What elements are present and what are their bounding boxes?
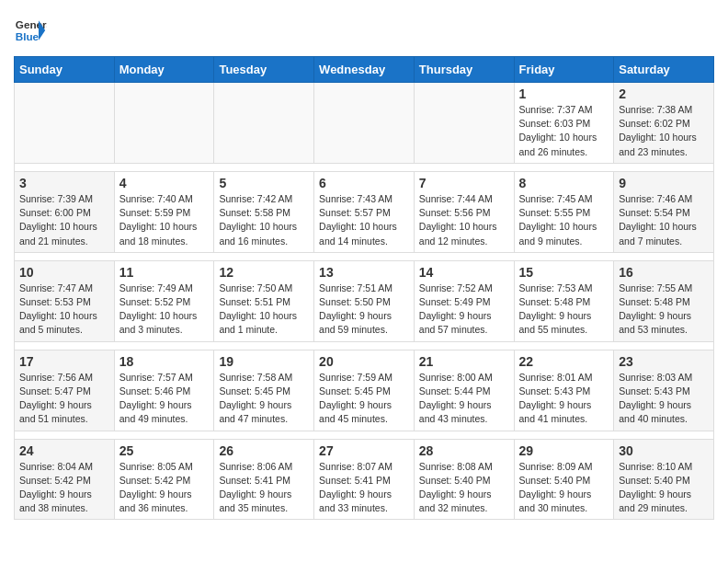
- week-separator: [15, 163, 714, 171]
- week-separator: [15, 341, 714, 350]
- day-number: 26: [219, 443, 309, 458]
- week-row-2: 3Sunrise: 7:39 AM Sunset: 6:00 PM Daylig…: [15, 171, 714, 252]
- week-separator: [15, 431, 714, 439]
- day-info: Sunrise: 7:42 AM Sunset: 5:58 PM Dayligh…: [219, 192, 309, 248]
- calendar-cell: 1Sunrise: 7:37 AM Sunset: 6:03 PM Daylig…: [514, 83, 614, 164]
- calendar-cell: [314, 83, 415, 164]
- header-friday: Friday: [514, 57, 614, 83]
- day-info: Sunrise: 7:49 AM Sunset: 5:52 PM Dayligh…: [119, 282, 210, 338]
- calendar-cell: 19Sunrise: 7:58 AM Sunset: 5:45 PM Dayli…: [214, 350, 314, 431]
- day-number: 5: [219, 176, 309, 190]
- day-number: 6: [319, 176, 409, 190]
- day-info: Sunrise: 7:44 AM Sunset: 5:56 PM Dayligh…: [419, 192, 509, 248]
- day-number: 12: [219, 265, 309, 280]
- day-info: Sunrise: 7:59 AM Sunset: 5:45 PM Dayligh…: [319, 371, 409, 427]
- calendar-cell: 22Sunrise: 8:01 AM Sunset: 5:43 PM Dayli…: [514, 350, 614, 431]
- day-number: 29: [519, 443, 609, 458]
- day-info: Sunrise: 8:10 AM Sunset: 5:40 PM Dayligh…: [619, 460, 709, 516]
- day-info: Sunrise: 7:43 AM Sunset: 5:57 PM Dayligh…: [319, 192, 409, 248]
- calendar-cell: 29Sunrise: 8:09 AM Sunset: 5:40 PM Dayli…: [514, 439, 614, 520]
- logo: General Blue: [14, 14, 47, 47]
- calendar-cell: [15, 83, 115, 164]
- calendar-cell: 28Sunrise: 8:08 AM Sunset: 5:40 PM Dayli…: [414, 439, 514, 520]
- day-number: 4: [119, 176, 210, 190]
- day-info: Sunrise: 7:37 AM Sunset: 6:03 PM Dayligh…: [519, 103, 609, 159]
- calendar-cell: [414, 83, 514, 164]
- day-info: Sunrise: 8:08 AM Sunset: 5:40 PM Dayligh…: [419, 460, 509, 516]
- day-number: 14: [419, 265, 509, 280]
- calendar-cell: 16Sunrise: 7:55 AM Sunset: 5:48 PM Dayli…: [614, 260, 714, 341]
- day-number: 17: [19, 354, 109, 369]
- calendar-table: SundayMondayTuesdayWednesdayThursdayFrid…: [14, 56, 714, 520]
- day-number: 30: [619, 443, 709, 458]
- calendar-cell: 20Sunrise: 7:59 AM Sunset: 5:45 PM Dayli…: [314, 350, 415, 431]
- calendar-cell: 23Sunrise: 8:03 AM Sunset: 5:43 PM Dayli…: [614, 350, 714, 431]
- calendar-cell: 26Sunrise: 8:06 AM Sunset: 5:41 PM Dayli…: [214, 439, 314, 520]
- calendar-cell: 18Sunrise: 7:57 AM Sunset: 5:46 PM Dayli…: [114, 350, 214, 431]
- day-info: Sunrise: 7:40 AM Sunset: 5:59 PM Dayligh…: [119, 192, 210, 248]
- day-info: Sunrise: 7:46 AM Sunset: 5:54 PM Dayligh…: [619, 192, 709, 248]
- week-row-4: 17Sunrise: 7:56 AM Sunset: 5:47 PM Dayli…: [15, 350, 714, 431]
- day-info: Sunrise: 7:47 AM Sunset: 5:53 PM Dayligh…: [19, 282, 109, 338]
- calendar-cell: 13Sunrise: 7:51 AM Sunset: 5:50 PM Dayli…: [314, 260, 415, 341]
- header-sunday: Sunday: [15, 57, 115, 83]
- calendar-cell: 24Sunrise: 8:04 AM Sunset: 5:42 PM Dayli…: [15, 439, 115, 520]
- day-info: Sunrise: 7:51 AM Sunset: 5:50 PM Dayligh…: [319, 282, 409, 338]
- calendar-cell: 14Sunrise: 7:52 AM Sunset: 5:49 PM Dayli…: [414, 260, 514, 341]
- day-info: Sunrise: 8:01 AM Sunset: 5:43 PM Dayligh…: [519, 371, 609, 427]
- day-info: Sunrise: 8:07 AM Sunset: 5:41 PM Dayligh…: [319, 460, 409, 516]
- logo-icon: General Blue: [14, 14, 47, 47]
- calendar-cell: 10Sunrise: 7:47 AM Sunset: 5:53 PM Dayli…: [15, 260, 115, 341]
- day-info: Sunrise: 7:45 AM Sunset: 5:55 PM Dayligh…: [519, 192, 609, 248]
- day-info: Sunrise: 7:38 AM Sunset: 6:02 PM Dayligh…: [619, 103, 709, 159]
- day-number: 10: [19, 265, 109, 280]
- calendar-cell: 7Sunrise: 7:44 AM Sunset: 5:56 PM Daylig…: [414, 171, 514, 252]
- calendar-cell: 30Sunrise: 8:10 AM Sunset: 5:40 PM Dayli…: [614, 439, 714, 520]
- day-number: 18: [119, 354, 210, 369]
- calendar-cell: 17Sunrise: 7:56 AM Sunset: 5:47 PM Dayli…: [15, 350, 115, 431]
- day-number: 20: [319, 354, 409, 369]
- day-number: 21: [419, 354, 509, 369]
- header-tuesday: Tuesday: [214, 57, 314, 83]
- calendar-cell: 2Sunrise: 7:38 AM Sunset: 6:02 PM Daylig…: [614, 83, 714, 164]
- day-info: Sunrise: 7:57 AM Sunset: 5:46 PM Dayligh…: [119, 371, 210, 427]
- day-number: 19: [219, 354, 309, 369]
- day-info: Sunrise: 7:58 AM Sunset: 5:45 PM Dayligh…: [219, 371, 309, 427]
- header-monday: Monday: [114, 57, 214, 83]
- header-saturday: Saturday: [614, 57, 714, 83]
- header-thursday: Thursday: [414, 57, 514, 83]
- day-number: 13: [319, 265, 409, 280]
- calendar-cell: 25Sunrise: 8:05 AM Sunset: 5:42 PM Dayli…: [114, 439, 214, 520]
- calendar-cell: [214, 83, 314, 164]
- week-row-3: 10Sunrise: 7:47 AM Sunset: 5:53 PM Dayli…: [15, 260, 714, 341]
- day-number: 23: [619, 354, 709, 369]
- day-number: 11: [119, 265, 210, 280]
- week-row-1: 1Sunrise: 7:37 AM Sunset: 6:03 PM Daylig…: [15, 83, 714, 164]
- day-number: 1: [519, 86, 609, 101]
- calendar-cell: 27Sunrise: 8:07 AM Sunset: 5:41 PM Dayli…: [314, 439, 415, 520]
- week-separator: [15, 252, 714, 260]
- day-number: 15: [519, 265, 609, 280]
- day-number: 2: [619, 86, 709, 101]
- day-info: Sunrise: 8:03 AM Sunset: 5:43 PM Dayligh…: [619, 371, 709, 427]
- day-info: Sunrise: 7:50 AM Sunset: 5:51 PM Dayligh…: [219, 282, 309, 338]
- day-info: Sunrise: 8:04 AM Sunset: 5:42 PM Dayligh…: [19, 460, 109, 516]
- calendar-cell: 4Sunrise: 7:40 AM Sunset: 5:59 PM Daylig…: [114, 171, 214, 252]
- calendar-cell: 5Sunrise: 7:42 AM Sunset: 5:58 PM Daylig…: [214, 171, 314, 252]
- day-number: 24: [19, 443, 109, 458]
- day-info: Sunrise: 8:00 AM Sunset: 5:44 PM Dayligh…: [419, 371, 509, 427]
- day-number: 22: [519, 354, 609, 369]
- calendar-cell: 12Sunrise: 7:50 AM Sunset: 5:51 PM Dayli…: [214, 260, 314, 341]
- day-number: 27: [319, 443, 409, 458]
- calendar-cell: 8Sunrise: 7:45 AM Sunset: 5:55 PM Daylig…: [514, 171, 614, 252]
- day-info: Sunrise: 8:06 AM Sunset: 5:41 PM Dayligh…: [219, 460, 309, 516]
- calendar-cell: 9Sunrise: 7:46 AM Sunset: 5:54 PM Daylig…: [614, 171, 714, 252]
- day-info: Sunrise: 7:53 AM Sunset: 5:48 PM Dayligh…: [519, 282, 609, 338]
- day-number: 7: [419, 176, 509, 190]
- day-info: Sunrise: 7:39 AM Sunset: 6:00 PM Dayligh…: [19, 192, 109, 248]
- week-row-5: 24Sunrise: 8:04 AM Sunset: 5:42 PM Dayli…: [15, 439, 714, 520]
- header-wednesday: Wednesday: [314, 57, 415, 83]
- day-number: 25: [119, 443, 210, 458]
- day-info: Sunrise: 7:55 AM Sunset: 5:48 PM Dayligh…: [619, 282, 709, 338]
- day-number: 16: [619, 265, 709, 280]
